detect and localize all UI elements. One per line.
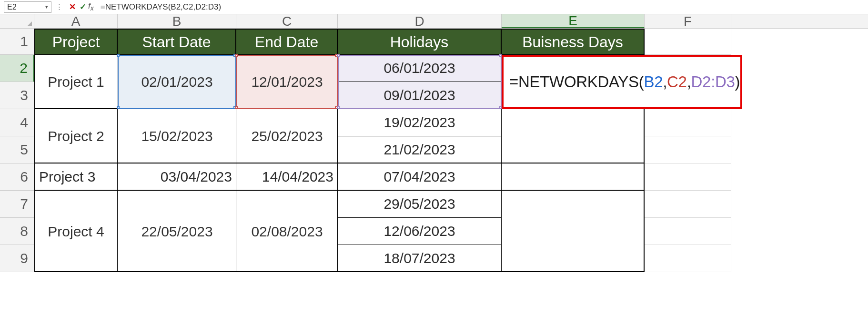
cell-D6[interactable]: 07/04/2023 bbox=[338, 164, 502, 191]
separator: ⋮ bbox=[55, 2, 63, 12]
row-4: 4 19/02/2023 bbox=[0, 109, 868, 136]
cell-B3[interactable] bbox=[118, 82, 236, 109]
cell-D3[interactable]: 09/01/2023 bbox=[338, 82, 502, 109]
row-header-7[interactable]: 7 bbox=[0, 191, 34, 218]
row-7: 7 29/05/2023 bbox=[0, 191, 868, 218]
formula-suffix: ) bbox=[735, 73, 740, 91]
formula-ref-D2D3: D2:D3 bbox=[691, 73, 735, 91]
row-header-2[interactable]: 2 bbox=[0, 55, 34, 82]
range-handle bbox=[337, 106, 340, 109]
range-handle bbox=[235, 54, 238, 57]
row-8: 8 12/06/2023 bbox=[0, 218, 868, 245]
row-header-1[interactable]: 1 bbox=[0, 29, 34, 55]
cell-F4[interactable] bbox=[645, 109, 731, 136]
cell-D8[interactable]: 12/06/2023 bbox=[338, 218, 502, 245]
cell-F8[interactable] bbox=[645, 218, 731, 245]
formula-text: =NETWORKDAYS(B2,C2,D2:D3) bbox=[101, 2, 221, 12]
cell-E6[interactable] bbox=[502, 164, 645, 191]
enter-icon[interactable]: ✓ bbox=[78, 2, 88, 12]
row-header-6[interactable]: 6 bbox=[0, 164, 34, 191]
cell-C5[interactable] bbox=[236, 136, 338, 164]
cell-C8[interactable] bbox=[236, 218, 338, 245]
cell-B6[interactable]: 03/04/2023 bbox=[118, 164, 236, 191]
name-box[interactable]: E2 ▾ bbox=[4, 1, 51, 13]
cell-E9[interactable] bbox=[502, 245, 645, 272]
range-handle bbox=[117, 106, 120, 109]
cell-E4[interactable] bbox=[502, 109, 645, 136]
header-start[interactable]: Start Date bbox=[118, 29, 236, 55]
range-handle bbox=[117, 54, 120, 57]
row-header-4[interactable]: 4 bbox=[0, 109, 34, 136]
row-9: 9 18/07/2023 bbox=[0, 245, 868, 272]
cell-A2[interactable] bbox=[34, 55, 118, 82]
header-business[interactable]: Buisness Days bbox=[502, 29, 645, 55]
row-header-8[interactable]: 8 bbox=[0, 218, 34, 245]
column-headers: A B C D E F bbox=[0, 14, 868, 29]
cell-A7[interactable] bbox=[34, 191, 118, 218]
chevron-down-icon[interactable]: ▾ bbox=[45, 4, 48, 10]
col-header-A[interactable]: A bbox=[34, 14, 118, 28]
cell-C3[interactable] bbox=[236, 82, 338, 109]
header-holidays[interactable]: Holidays bbox=[338, 29, 502, 55]
cell-A9[interactable] bbox=[34, 245, 118, 272]
col-header-F[interactable]: F bbox=[645, 14, 731, 28]
col-header-C[interactable]: C bbox=[236, 14, 338, 28]
cell-B9[interactable] bbox=[118, 245, 236, 272]
cell-F9[interactable] bbox=[645, 245, 731, 272]
active-formula-cell[interactable]: =NETWORKDAYS(B2,C2,D2:D3) bbox=[502, 55, 742, 109]
cell-A3[interactable] bbox=[34, 82, 118, 109]
cell-F6[interactable] bbox=[645, 164, 731, 191]
cell-A8[interactable] bbox=[34, 218, 118, 245]
formula-token: =NETWORKDAYS( bbox=[509, 73, 644, 91]
cell-D7[interactable]: 29/05/2023 bbox=[338, 191, 502, 218]
cell-C7[interactable] bbox=[236, 191, 338, 218]
row-1: 1 Project Start Date End Date Holidays B… bbox=[0, 29, 868, 55]
fx-icon[interactable]: fx bbox=[88, 1, 94, 12]
cell-C2[interactable] bbox=[236, 55, 338, 82]
range-handle bbox=[337, 54, 340, 57]
range-handle bbox=[235, 106, 238, 109]
cell-B2[interactable] bbox=[118, 55, 236, 82]
cell-B5[interactable] bbox=[118, 136, 236, 164]
cell-C6[interactable]: 14/04/2023 bbox=[236, 164, 338, 191]
cell-B8[interactable] bbox=[118, 218, 236, 245]
cell-C9[interactable] bbox=[236, 245, 338, 272]
cell-E8[interactable] bbox=[502, 218, 645, 245]
cell-B4[interactable] bbox=[118, 109, 236, 136]
col-header-E[interactable]: E bbox=[502, 14, 645, 28]
header-project[interactable]: Project bbox=[34, 29, 118, 55]
formula-input[interactable]: =NETWORKDAYS(B2,C2,D2:D3) bbox=[99, 1, 868, 13]
formula-sep: , bbox=[687, 73, 691, 91]
row-6: 6 Project 3 03/04/2023 14/04/2023 07/04/… bbox=[0, 164, 868, 191]
cell-E5[interactable] bbox=[502, 136, 645, 164]
cell-D2[interactable]: 06/01/2023 bbox=[338, 55, 502, 82]
spreadsheet-grid: A B C D E F 1 Project Start Date End Dat… bbox=[0, 14, 868, 272]
cell-B7[interactable] bbox=[118, 191, 236, 218]
cell-D9[interactable]: 18/07/2023 bbox=[338, 245, 502, 272]
col-header-D[interactable]: D bbox=[338, 14, 502, 28]
row-header-5[interactable]: 5 bbox=[0, 136, 34, 164]
col-header-B[interactable]: B bbox=[118, 14, 236, 28]
formula-sep: , bbox=[663, 73, 667, 91]
cell-F5[interactable] bbox=[645, 136, 731, 164]
cell-C4[interactable] bbox=[236, 109, 338, 136]
cell-A4[interactable] bbox=[34, 109, 118, 136]
header-end[interactable]: End Date bbox=[236, 29, 338, 55]
formula-ref-B2: B2 bbox=[644, 73, 663, 91]
row-5: 5 21/02/2023 bbox=[0, 136, 868, 164]
cell-A6[interactable]: Project 3 bbox=[34, 164, 118, 191]
cell-E7[interactable] bbox=[502, 191, 645, 218]
cell-D4[interactable]: 19/02/2023 bbox=[338, 109, 502, 136]
cell-D5[interactable]: 21/02/2023 bbox=[338, 136, 502, 164]
cancel-icon[interactable]: ✕ bbox=[67, 2, 78, 12]
row-header-9[interactable]: 9 bbox=[0, 245, 34, 272]
cell-F7[interactable] bbox=[645, 191, 731, 218]
name-box-value: E2 bbox=[7, 3, 17, 11]
cell-A5[interactable] bbox=[34, 136, 118, 164]
formula-ref-C2: C2 bbox=[667, 73, 687, 91]
formula-bar: E2 ▾ ⋮ ✕ ✓ fx =NETWORKDAYS(B2,C2,D2:D3) bbox=[0, 0, 868, 14]
row-header-3[interactable]: 3 bbox=[0, 82, 34, 109]
select-all-corner[interactable] bbox=[0, 14, 34, 28]
cell-F1[interactable] bbox=[645, 29, 731, 55]
